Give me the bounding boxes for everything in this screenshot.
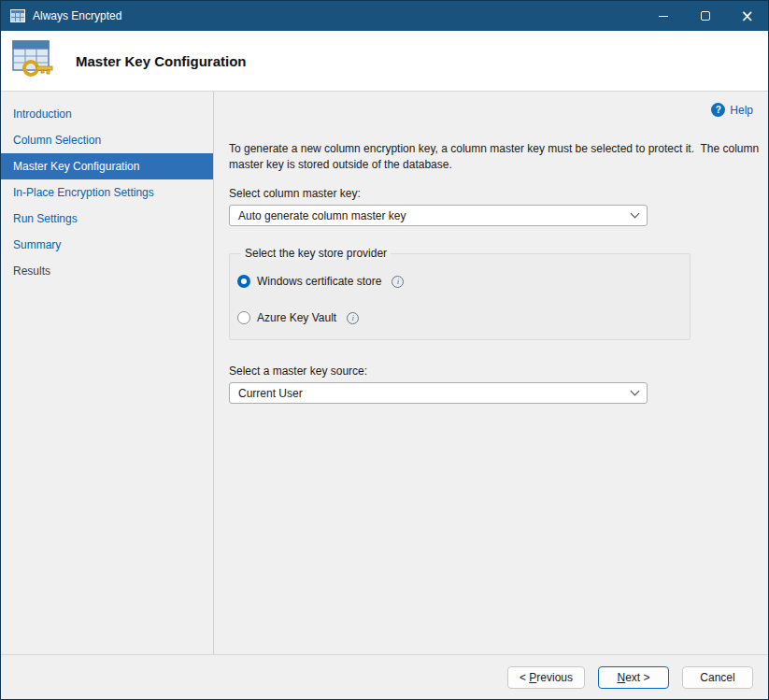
help-label: Help (730, 104, 753, 117)
maximize-button[interactable] (684, 1, 726, 31)
cancel-button[interactable]: Cancel (682, 666, 753, 689)
help-icon: ? (711, 103, 725, 117)
radio-selected-icon[interactable] (237, 275, 250, 288)
sidebar-item-master-key-configuration[interactable]: Master Key Configuration (1, 153, 213, 179)
close-button[interactable]: × (726, 1, 768, 31)
radio-azure-key-vault-label: Azure Key Vault (257, 311, 336, 324)
column-master-key-label: Select column master key: (229, 187, 753, 200)
sidebar-item-column-selection[interactable]: Column Selection (1, 127, 213, 153)
sidebar-item-introduction[interactable]: Introduction (1, 101, 213, 127)
help-link[interactable]: ? Help (711, 103, 753, 117)
app-icon (10, 9, 25, 22)
wizard-header: Master Key Configuration (1, 31, 768, 92)
page-title: Master Key Configuration (76, 53, 247, 69)
info-icon[interactable]: i (392, 276, 404, 288)
master-key-source-combobox[interactable]: Current User (229, 382, 648, 404)
titlebar: Always Encrypted × (1, 1, 768, 31)
sidebar-item-summary[interactable]: Summary (1, 232, 213, 258)
minimize-button[interactable] (642, 1, 684, 31)
sidebar: Introduction Column Selection Master Key… (1, 92, 214, 654)
footer: < Previous Next > Cancel (1, 654, 768, 699)
radio-unselected-icon[interactable] (237, 311, 250, 324)
radio-windows-certificate-store[interactable]: Windows certificate store i (237, 275, 678, 288)
key-store-provider-group: Select the key store provider Windows ce… (229, 247, 691, 340)
always-encrypted-wizard-window: Always Encrypted × Master Key Configurat… (0, 0, 769, 700)
window-title: Always Encrypted (33, 9, 642, 22)
table-key-icon (10, 37, 59, 84)
key-store-provider-group-label: Select the key store provider (241, 247, 391, 260)
sidebar-item-run-settings[interactable]: Run Settings (1, 206, 213, 232)
sidebar-item-in-place-encryption-settings[interactable]: In-Place Encryption Settings (1, 179, 213, 206)
column-master-key-combobox[interactable]: Auto generate column master key (229, 205, 648, 226)
sidebar-item-results: Results (1, 258, 213, 284)
radio-azure-key-vault[interactable]: Azure Key Vault i (237, 311, 678, 324)
radio-windows-certificate-store-label: Windows certificate store (257, 275, 381, 288)
chevron-down-icon (631, 209, 640, 219)
info-icon[interactable]: i (347, 312, 359, 324)
minimize-icon (659, 16, 668, 17)
previous-button[interactable]: < Previous (507, 666, 585, 689)
chevron-down-icon (631, 387, 640, 396)
master-key-source-value: Current User (238, 387, 303, 400)
next-button[interactable]: Next > (598, 666, 669, 689)
column-master-key-value: Auto generate column master key (238, 209, 406, 222)
main-area: Introduction Column Selection Master Key… (1, 92, 768, 654)
intro-text: To generate a new column encryption key,… (229, 141, 769, 173)
maximize-icon (701, 11, 710, 21)
close-icon: × (740, 8, 753, 24)
master-key-source-label: Select a master key source: (229, 364, 753, 378)
content-pane: ? Help To generate a new column encrypti… (214, 92, 768, 654)
help-row: ? Help (229, 103, 753, 117)
